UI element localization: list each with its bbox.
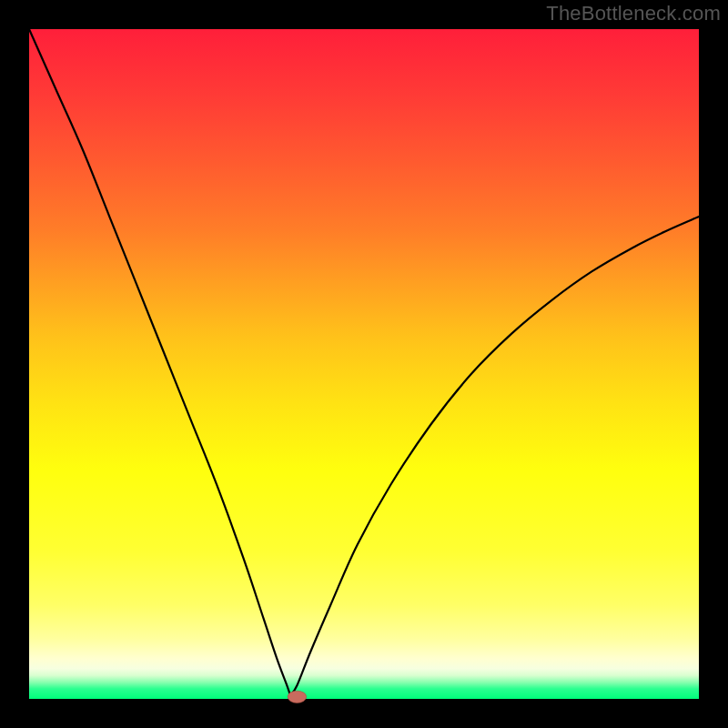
curve-left-branch: [29, 29, 290, 695]
chart-frame: TheBottleneck.com: [0, 0, 728, 728]
curve-right-branch: [290, 217, 699, 695]
plot-area: [29, 29, 699, 699]
minimum-marker: [288, 691, 307, 703]
chart-svg: [29, 29, 699, 699]
watermark-text: TheBottleneck.com: [546, 2, 721, 25]
